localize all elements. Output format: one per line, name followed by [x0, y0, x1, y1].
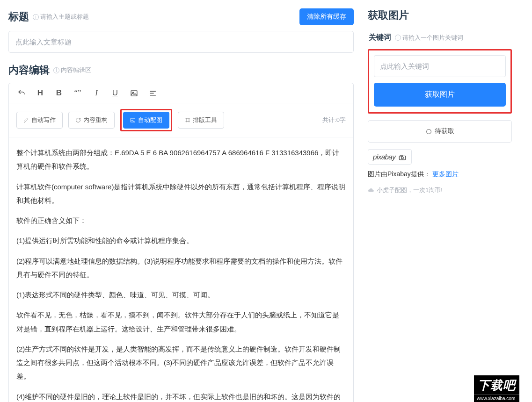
paragraph: (2)程序可以满意地处理信息的数据结构。(3)说明程序功能要求和程序需要的文档的…: [16, 254, 346, 282]
image-icon[interactable]: [129, 88, 139, 98]
article-title-input[interactable]: [8, 31, 354, 53]
info-icon: i: [395, 35, 401, 41]
svg-point-8: [401, 157, 404, 159]
keyword-hint: i 请输入一个图片关键词: [395, 34, 463, 42]
editor-header: 内容编辑 i 内容编辑区: [8, 63, 354, 77]
more-images-link[interactable]: 更多图片: [432, 170, 459, 178]
watermark: 下载吧 www.xiazaiba.com: [474, 375, 519, 402]
paragraph: 软件看不见，无色，枯燥，看不见，摸不到，闻不到。软件大部分存在于人们的头脑或纸上…: [16, 308, 346, 336]
title-label: 标题: [8, 10, 29, 24]
svg-point-6: [426, 129, 431, 134]
undo-icon[interactable]: [16, 88, 27, 98]
action-toolbar: 自动写作 内容重构 自动配图 排版工具 共计:0字: [9, 103, 353, 137]
title-header: 标题 i 请输入主题或标题 清除所有缓存: [8, 8, 354, 25]
restructure-button[interactable]: 内容重构: [68, 112, 115, 129]
align-left-icon[interactable]: [147, 88, 158, 98]
provider-row: 图片由Pixabay提供： 更多图片: [368, 170, 512, 179]
editor-content[interactable]: 整个计算机系统由两部分组成：E.69DA 5 E 6 BA 9062616964…: [9, 137, 353, 402]
sidebar-column: 获取图片 关键词 i 请输入一个图片关键词 获取图片 待获取 pixabay 图…: [360, 0, 519, 402]
format-toolbar: H B “” I U: [9, 83, 353, 103]
keyword-highlight-box: 获取图片: [368, 49, 512, 114]
fetch-image-button[interactable]: 获取图片: [374, 83, 506, 107]
fetch-image-title: 获取图片: [368, 8, 512, 22]
main-column: 标题 i 请输入主题或标题 清除所有缓存 内容编辑 i 内容编辑区 H B “”…: [0, 0, 360, 402]
heading-icon[interactable]: H: [35, 88, 45, 98]
info-icon: i: [33, 14, 39, 20]
pixabay-badge: pixabay: [368, 149, 412, 165]
paragraph: 软件的正确含义如下：: [16, 214, 346, 227]
editor-label: 内容编辑: [8, 63, 50, 77]
paragraph: (1)提供运行时所需功能和性能的命令或计算机程序集合。: [16, 234, 346, 247]
auto-image-button[interactable]: 自动配图: [123, 112, 169, 129]
auto-image-highlight: 自动配图: [120, 109, 172, 131]
paragraph: 整个计算机系统由两部分组成：E.69DA 5 E 6 BA 9062616964…: [16, 146, 346, 173]
clear-cache-button[interactable]: 清除所有缓存: [299, 8, 354, 25]
wait-fetch-button[interactable]: 待获取: [368, 120, 512, 143]
editor-hint: i 内容编辑区: [53, 66, 91, 74]
quote-icon[interactable]: “”: [73, 88, 83, 98]
info-icon: i: [53, 67, 59, 73]
paragraph: (4)维护不同的硬件是旧的，理论上软件是旧的，并不坏，但实际上软件也是旧的和坏的…: [16, 390, 346, 402]
paragraph: 计算机软件(computer software)是指计算机系统中除硬件以外的所有…: [16, 180, 346, 208]
keyword-header: 关键词 i 请输入一个图片关键词: [368, 33, 512, 43]
word-count: 共计:0字: [322, 116, 346, 124]
keyword-label: 关键词: [369, 33, 391, 43]
underline-icon[interactable]: U: [110, 88, 120, 98]
tip-row: 小虎子配图，一次1淘币!: [368, 186, 512, 194]
cloud-icon: [368, 187, 374, 194]
italic-icon[interactable]: I: [91, 88, 102, 98]
keyword-input[interactable]: [374, 55, 506, 77]
auto-write-button[interactable]: 自动写作: [16, 112, 63, 129]
bold-icon[interactable]: B: [54, 88, 64, 98]
paragraph: (2)生产方式不同的软件是开发，是人类智能的高发挥，而不是传统意义上的硬件制造。…: [16, 342, 346, 383]
editor-container: H B “” I U 自动写作 内容重构 自动配图: [8, 83, 354, 402]
title-section-label: 标题 i 请输入主题或标题: [8, 10, 89, 24]
paragraph: (1)表达形式不同的硬件类型、颜色、味道、可见、可摸、可闻。: [16, 288, 346, 302]
layout-tool-button[interactable]: 排版工具: [178, 112, 224, 129]
title-hint: i 请输入主题或标题: [33, 13, 89, 21]
editor-section-label: 内容编辑 i 内容编辑区: [8, 63, 91, 77]
